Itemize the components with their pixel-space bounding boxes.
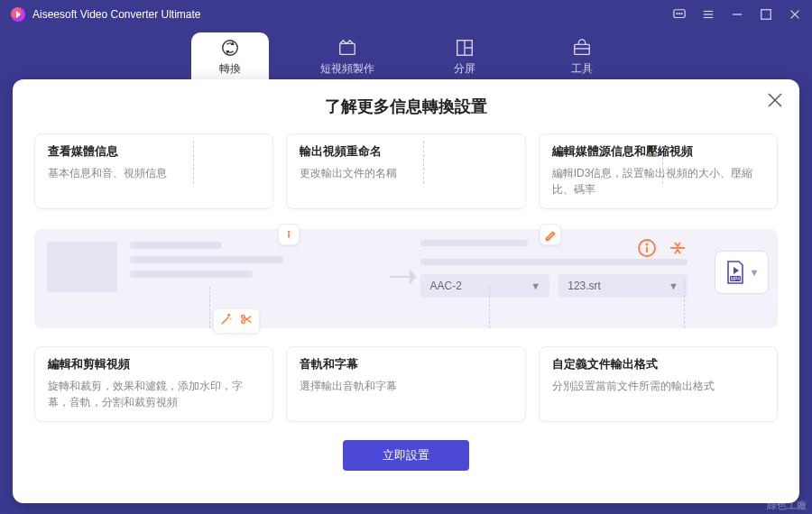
output-action-icons: [637, 238, 687, 258]
svg-point-24: [242, 320, 245, 324]
select-value: 123.srt: [567, 280, 601, 292]
card-desc: 編輯ID3信息，設置輸出視頻的大小、壓縮比、碼率: [552, 165, 764, 197]
svg-point-11: [223, 41, 238, 56]
card-edit-compress: 編輯媒體源信息和壓縮視頻 編輯ID3信息，設置輸出視頻的大小、壓縮比、碼率: [539, 133, 778, 209]
select-value: AAC-2: [429, 280, 461, 292]
svg-point-1: [677, 14, 678, 14]
svg-text:MP4: MP4: [730, 276, 740, 281]
watermark-text: 綠色工廠: [767, 499, 807, 512]
card-desc: 旋轉和裁剪，效果和濾鏡，添加水印，字幕，音軌，分割和裁剪視頻: [48, 378, 260, 410]
card-title: 自定義文件輸出格式: [552, 356, 764, 372]
card-edit-trim: 編輯和剪輯視頻 旋轉和裁剪，效果和濾鏡，添加水印，字幕，音軌，分割和裁剪視頻: [34, 346, 273, 422]
card-output-format: 自定義文件輸出格式 分別設置當前文件所需的輸出格式: [539, 346, 778, 422]
mv-icon: [309, 38, 386, 58]
tab-convert[interactable]: 轉換: [191, 32, 269, 86]
card-title: 查看媒體信息: [48, 143, 260, 160]
guide-panel: 了解更多信息轉換設置 查看媒體信息 基本信息和音、視頻信息 輸出視頻重命名 更改…: [13, 79, 799, 503]
svg-rect-8: [761, 10, 771, 20]
svg-point-29: [646, 243, 647, 244]
card-media-info: 查看媒體信息 基本信息和音、視頻信息: [34, 133, 273, 209]
connector: [209, 287, 210, 328]
connector: [662, 148, 663, 184]
edit-cut-tools: [213, 308, 260, 334]
close-icon[interactable]: [767, 92, 783, 108]
app-window: Aiseesoft Video Converter Ultimate 轉換 短視…: [0, 0, 812, 514]
bottom-card-row: 編輯和剪輯視頻 旋轉和裁剪，效果和濾鏡，添加水印，字幕，音軌，分割和裁剪視頻 音…: [34, 346, 778, 422]
chevron-down-icon: ▼: [669, 280, 678, 291]
tab-collage-label: 分屏: [454, 62, 475, 75]
connector: [489, 287, 490, 328]
window-controls: [673, 8, 801, 21]
compress-icon[interactable]: [668, 238, 687, 258]
feedback-icon[interactable]: [673, 8, 686, 21]
svg-point-23: [242, 316, 245, 319]
card-desc: 選擇輸出音軌和字幕: [300, 378, 512, 394]
panel-title: 了解更多信息轉換設置: [34, 96, 778, 117]
mp4-file-icon: MP4: [724, 260, 746, 285]
maximize-icon[interactable]: [760, 8, 772, 21]
info-badge-icon: [278, 224, 300, 245]
magic-wand-icon[interactable]: [219, 312, 234, 330]
card-rename: 輸出視頻重命名 更改輸出文件的名稱: [286, 133, 525, 209]
menu-icon[interactable]: [702, 8, 715, 21]
connector: [684, 278, 685, 328]
nav-tabs: 轉換 短視頻製作 分屏 工具: [0, 29, 812, 86]
output-format-button[interactable]: MP4 ▼: [715, 251, 769, 294]
tab-mv-label: 短視頻製作: [320, 62, 374, 75]
subtitle-select[interactable]: 123.srt▼: [558, 274, 687, 298]
chevron-down-icon: ▼: [531, 280, 540, 291]
tab-mv[interactable]: 短視頻製作: [309, 32, 386, 86]
minimize-icon[interactable]: [731, 8, 743, 21]
svg-marker-34: [734, 267, 739, 274]
tab-toolbox-label: 工具: [571, 62, 593, 75]
svg-rect-12: [340, 43, 355, 54]
svg-point-3: [681, 14, 682, 14]
close-window-icon[interactable]: [789, 8, 801, 21]
card-title: 音軌和字幕: [300, 356, 512, 372]
app-logo-icon: [11, 7, 25, 22]
audio-track-select[interactable]: AAC-2▼: [420, 274, 549, 298]
scissors-icon[interactable]: [239, 312, 254, 330]
card-title: 編輯媒體源信息和壓縮視頻: [552, 143, 764, 160]
video-thumbnail-placeholder: [47, 242, 117, 292]
toolbox-icon: [543, 38, 621, 58]
app-title: Aiseesoft Video Converter Ultimate: [32, 8, 673, 21]
collage-icon: [426, 38, 503, 58]
workarea-illustration: AAC-2▼ 123.srt▼ MP4 ▼: [34, 229, 778, 328]
tab-collage[interactable]: 分屏: [426, 32, 503, 86]
svg-point-2: [679, 14, 680, 14]
svg-point-20: [289, 232, 290, 233]
chevron-down-icon: ▼: [750, 267, 760, 278]
arrow-right-icon: [388, 267, 424, 290]
metadata-info-icon[interactable]: [637, 238, 657, 258]
connector: [193, 141, 194, 184]
titlebar: Aiseesoft Video Converter Ultimate: [0, 0, 812, 29]
card-desc: 基本信息和音、視頻信息: [48, 165, 260, 181]
tab-convert-label: 轉換: [219, 62, 241, 75]
card-title: 輸出視頻重命名: [300, 143, 512, 160]
convert-icon: [191, 38, 269, 58]
card-audio-subtitle: 音軌和字幕 選擇輸出音軌和字幕: [286, 346, 525, 422]
top-card-row: 查看媒體信息 基本信息和音、視頻信息 輸出視頻重命名 更改輸出文件的名稱 編輯媒…: [34, 133, 778, 209]
connector: [423, 141, 424, 184]
configure-now-button[interactable]: 立即設置: [343, 440, 469, 471]
source-meta: [130, 242, 283, 285]
svg-rect-16: [575, 44, 590, 54]
tab-toolbox[interactable]: 工具: [543, 32, 621, 86]
card-desc: 更改輸出文件的名稱: [300, 165, 512, 181]
card-desc: 分別設置當前文件所需的輸出格式: [552, 378, 764, 394]
card-title: 編輯和剪輯視頻: [48, 356, 260, 372]
